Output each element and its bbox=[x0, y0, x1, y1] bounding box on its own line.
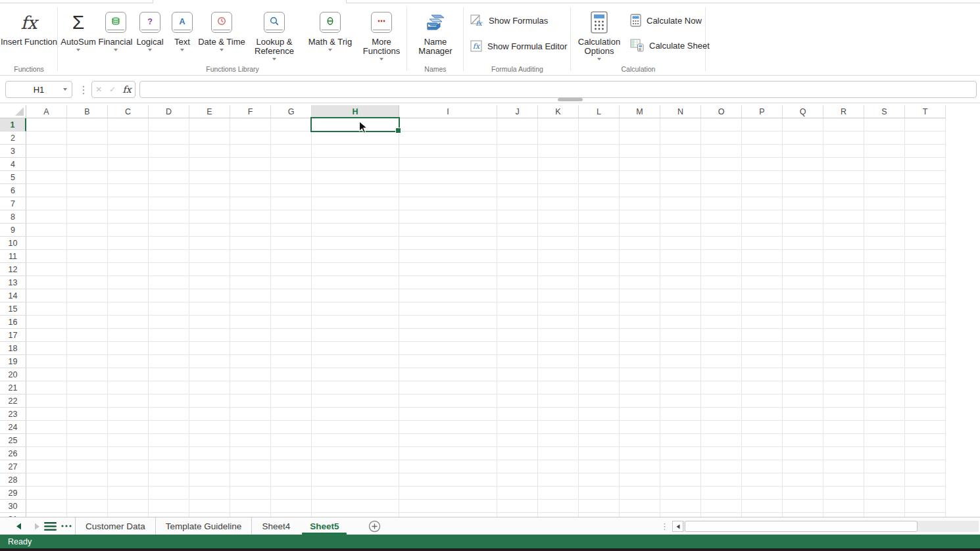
column-header-m[interactable]: M bbox=[620, 105, 660, 118]
row-header-28[interactable]: 28 bbox=[0, 473, 26, 487]
chevron-down-icon[interactable] bbox=[220, 49, 224, 51]
row-header-25[interactable]: 25 bbox=[0, 434, 26, 447]
row-header-15[interactable]: 15 bbox=[0, 302, 26, 316]
column-header-h[interactable]: H bbox=[312, 105, 399, 118]
chevron-down-icon[interactable] bbox=[63, 88, 67, 91]
row-header-1[interactable]: 1 bbox=[0, 118, 26, 132]
ribbon-button-insert-function[interactable]: fxInsert Function bbox=[0, 3, 58, 47]
name-box[interactable]: H1 bbox=[5, 81, 72, 98]
column-header-a[interactable]: A bbox=[26, 105, 67, 118]
column-header-q[interactable]: Q bbox=[783, 105, 823, 118]
confirm-button[interactable]: ✓ bbox=[109, 85, 116, 94]
chevron-down-icon[interactable] bbox=[597, 58, 601, 60]
row-header-27[interactable]: 27 bbox=[0, 460, 26, 473]
row-header-21[interactable]: 21 bbox=[0, 381, 26, 395]
row-header-19[interactable]: 19 bbox=[0, 355, 26, 368]
column-header-f[interactable]: F bbox=[230, 105, 271, 118]
row-header-3[interactable]: 3 bbox=[0, 145, 26, 158]
ribbon-button-label: Calculate Sheet bbox=[649, 41, 710, 51]
column-header-t[interactable]: T bbox=[905, 105, 946, 118]
add-sheet-button[interactable] bbox=[368, 520, 381, 533]
row-header-4[interactable]: 4 bbox=[0, 158, 26, 171]
row-header-5[interactable]: 5 bbox=[0, 171, 26, 184]
column-header-o[interactable]: O bbox=[701, 105, 742, 118]
column-header-r[interactable]: R bbox=[823, 105, 864, 118]
sheet-tab-sheet5[interactable]: Sheet5 bbox=[300, 517, 349, 535]
row-header-22[interactable]: 22 bbox=[0, 395, 26, 408]
ribbon-button-show-formula-editor[interactable]: fxShow Formula Editor bbox=[470, 40, 567, 52]
row-header-10[interactable]: 10 bbox=[0, 237, 26, 250]
cancel-button[interactable]: ✕ bbox=[95, 85, 102, 94]
chevron-down-icon[interactable] bbox=[76, 49, 80, 51]
select-all-corner[interactable] bbox=[0, 105, 26, 118]
row-header-17[interactable]: 17 bbox=[0, 329, 26, 342]
scroll-tabs-right-icon[interactable] bbox=[30, 517, 43, 535]
column-header-b[interactable]: B bbox=[67, 105, 108, 118]
sheet-tab-sheet4[interactable]: Sheet4 bbox=[251, 517, 300, 535]
row-header-13[interactable]: 13 bbox=[0, 276, 26, 289]
chevron-down-icon[interactable] bbox=[114, 49, 118, 51]
chevron-down-icon[interactable] bbox=[272, 58, 276, 60]
ribbon-button-autosum[interactable]: ΣAutoSum bbox=[59, 3, 97, 60]
formula-input[interactable] bbox=[139, 81, 977, 98]
row-header-23[interactable]: 23 bbox=[0, 408, 26, 421]
scrollbar-drag-handle-icon[interactable]: ⋮ bbox=[660, 517, 669, 535]
row-header-18[interactable]: 18 bbox=[0, 342, 26, 355]
scrollbar-left-button[interactable] bbox=[672, 521, 683, 532]
horizontal-scroll-indicator[interactable] bbox=[558, 98, 583, 101]
sheet-tab-customer-data[interactable]: Customer Data bbox=[75, 517, 155, 535]
column-header-d[interactable]: D bbox=[149, 105, 189, 118]
column-header-s[interactable]: S bbox=[864, 105, 905, 118]
ribbon-button-calculate-sheet[interactable]: Calculate Sheet bbox=[630, 39, 710, 52]
formula-bar-drag-handle-icon[interactable]: ⋮ bbox=[78, 81, 89, 98]
row-header-14[interactable]: 14 bbox=[0, 289, 26, 302]
column-header-c[interactable]: C bbox=[108, 105, 149, 118]
ribbon-button-calculation-options[interactable]: Calculation Options bbox=[571, 3, 627, 60]
scroll-tabs-left-icon[interactable] bbox=[12, 517, 25, 535]
more-sheets-icon[interactable] bbox=[60, 517, 73, 535]
row-header-20[interactable]: 20 bbox=[0, 368, 26, 381]
ribbon-button-text[interactable]: AText bbox=[166, 3, 198, 60]
spreadsheet-grid[interactable]: ABCDEFGHIJKLMNOPQRST12345678910111213141… bbox=[0, 105, 980, 517]
row-header-7[interactable]: 7 bbox=[0, 197, 26, 210]
row-header-12[interactable]: 12 bbox=[0, 263, 26, 276]
sheet-list-menu-icon[interactable] bbox=[43, 517, 57, 535]
column-header-l[interactable]: L bbox=[579, 105, 620, 118]
sheet-tab-template-guideline[interactable]: Template Guideline bbox=[155, 517, 252, 535]
column-header-i[interactable]: I bbox=[399, 105, 497, 118]
row-header-2[interactable]: 2 bbox=[0, 132, 26, 145]
sheet-tab-bar: Customer DataTemplate GuidelineSheet4She… bbox=[0, 517, 980, 535]
column-header-g[interactable]: G bbox=[271, 105, 312, 118]
row-header-8[interactable]: 8 bbox=[0, 210, 26, 224]
fill-handle[interactable] bbox=[395, 128, 401, 133]
row-header-9[interactable]: 9 bbox=[0, 224, 26, 237]
ribbon-button-math-trig[interactable]: Math & Trig bbox=[303, 3, 357, 60]
column-header-k[interactable]: K bbox=[538, 105, 579, 118]
ribbon-button-calculate-now[interactable]: Calculate Now bbox=[630, 14, 702, 27]
ribbon-button-show-formulas[interactable]: fxShow Formulas bbox=[470, 14, 548, 27]
column-header-j[interactable]: J bbox=[497, 105, 538, 118]
chevron-down-icon[interactable] bbox=[380, 58, 383, 60]
ribbon-button-date-time[interactable]: Date & Time bbox=[198, 3, 245, 60]
ribbon-button-more-functions[interactable]: More Functions bbox=[357, 3, 406, 60]
insert-function-fx-button[interactable]: fx bbox=[123, 84, 132, 95]
row-header-6[interactable]: 6 bbox=[0, 184, 26, 197]
chevron-down-icon[interactable] bbox=[328, 49, 332, 51]
chevron-down-icon[interactable] bbox=[180, 49, 184, 51]
formula-bar: H1 ⋮ ✕ ✓ fx bbox=[0, 76, 980, 103]
column-header-e[interactable]: E bbox=[189, 105, 230, 118]
row-header-24[interactable]: 24 bbox=[0, 421, 26, 434]
row-header-30[interactable]: 30 bbox=[0, 500, 26, 513]
row-header-16[interactable]: 16 bbox=[0, 316, 26, 329]
chevron-down-icon[interactable] bbox=[148, 49, 152, 51]
ribbon-button-logical[interactable]: ?Logical bbox=[134, 3, 166, 60]
ribbon-button-name-manager[interactable]: Name Manager bbox=[407, 3, 464, 56]
row-header-29[interactable]: 29 bbox=[0, 487, 26, 500]
ribbon-button-financial[interactable]: Financial bbox=[97, 3, 134, 60]
row-header-26[interactable]: 26 bbox=[0, 447, 26, 460]
ribbon-button-lookup-reference[interactable]: Lookup & Reference bbox=[245, 3, 303, 60]
row-header-11[interactable]: 11 bbox=[0, 250, 26, 263]
column-header-n[interactable]: N bbox=[660, 105, 701, 118]
horizontal-scrollbar-thumb[interactable] bbox=[685, 521, 918, 532]
column-header-p[interactable]: P bbox=[742, 105, 783, 118]
